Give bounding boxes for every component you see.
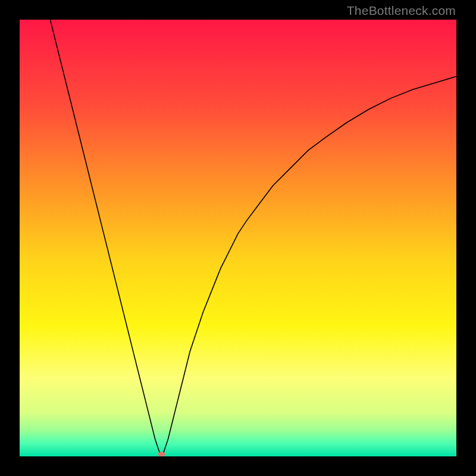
marker-dot: [158, 452, 165, 456]
watermark-label: TheBottleneck.com: [347, 4, 456, 18]
chart-frame: TheBottleneck.com: [0, 0, 476, 476]
gradient-background: [20, 20, 456, 456]
chart-plot: [20, 20, 456, 456]
